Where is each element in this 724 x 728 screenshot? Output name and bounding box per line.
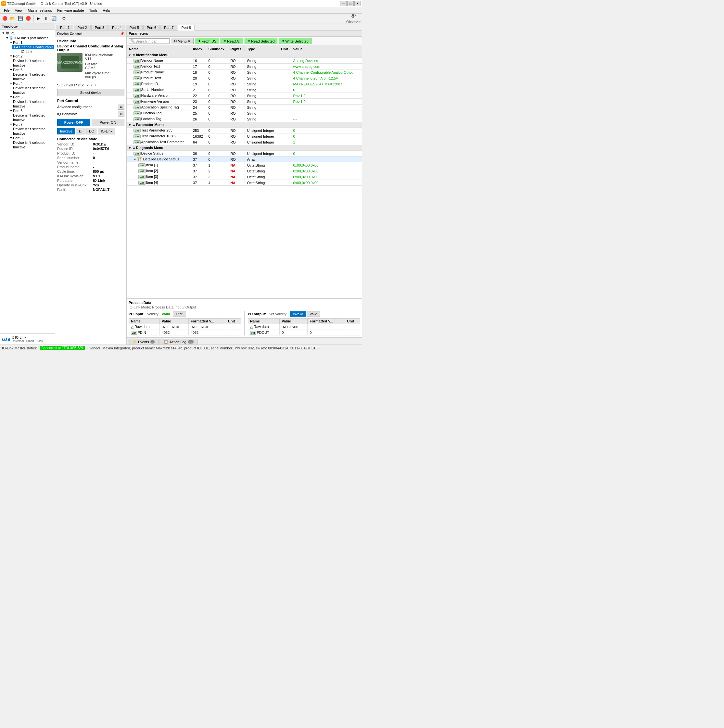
pd-invalid-button[interactable]: Invalid [290,311,306,317]
menu-help[interactable]: Help [100,8,113,13]
tree-toggle-pc[interactable]: ▼ [1,32,5,35]
tree-item-device1[interactable]: ▼ 4 Channel Configurable [12,45,54,49]
state-tab-di[interactable]: DI [76,128,86,135]
col-name: Name [127,46,191,52]
toolbar-new-btn[interactable]: 🔴 [1,15,8,22]
tree-item-port7[interactable]: ▼ Port 7 [8,122,54,127]
tree-item-device4[interactable]: Device isn't selected [12,86,54,90]
tree-item-device3[interactable]: Device isn't selected [12,72,54,76]
power-off-button[interactable]: Power OFF [57,119,90,126]
toolbar-settings-btn[interactable]: ⚙ [60,15,67,22]
power-on-button[interactable]: Power ON [92,119,125,126]
tree-item-port8[interactable]: ▼ Port 8 [8,136,54,140]
tree-toggle-port3[interactable]: ▼ [9,68,13,72]
port-tab-7[interactable]: Port 7 [161,24,177,30]
toolbar-refresh-btn[interactable]: 🔄 [51,15,58,22]
tree-item-iolink1[interactable]: IO-Link [16,49,54,54]
minimize-button[interactable]: — [340,1,347,6]
port-tab-3[interactable]: Port 3 [91,24,108,30]
tree-item-device8[interactable]: Device isn't selected [12,140,54,145]
conn-serial-val: 0 [93,156,95,160]
tree-item-device2[interactable]: Device isn't selected [12,58,54,63]
port-tab-2[interactable]: Port 2 [74,24,90,30]
cell-item-4: varItem [4] [127,180,191,186]
tree-item-port4[interactable]: ▼ Port 4 [8,81,54,86]
tree-item-port3[interactable]: ▼ Port 3 [8,67,54,72]
cell-product-name-val: 4 Channel Configurable Analog Output [291,69,362,75]
tree-item-port5[interactable]: ▼ Port 5 [8,95,54,99]
tree-item-inactive7[interactable]: Inactive [12,131,54,136]
read-selected-button[interactable]: ⬆ Read Selected [245,38,277,44]
iq-behavior-gear-button[interactable]: ⚙ [118,111,124,117]
tree-item-device5[interactable]: Device isn't selected [12,99,54,104]
toolbar-save-btn[interactable]: 💾 [17,15,24,22]
toolbar-pause-btn[interactable]: ⏸ [43,15,50,22]
tree-item-inactive2[interactable]: Inactive [12,63,54,67]
expand-parameter[interactable]: ▼ [128,123,131,127]
tree-toggle-port4[interactable]: ▼ [9,82,13,85]
menu-button[interactable]: ⚙ Menu ▼ [171,38,194,44]
menu-view[interactable]: View [12,8,25,13]
toolbar-stop-btn[interactable]: 🔴 [24,15,32,22]
menu-tools[interactable]: Tools [87,8,100,13]
cell-product-text: varProduct Text [127,75,191,81]
port-tab-1[interactable]: Port 1 [57,24,73,30]
tree-toggle-port1[interactable]: ▼ [9,41,13,44]
tree-item-device7[interactable]: Device isn't selected [12,127,54,131]
search-box[interactable]: 🔍 [129,38,170,44]
pd-valid-button[interactable]: Valid [307,311,320,317]
bottom-tab-action-log[interactable]: 📋 Action Log 18 [159,339,198,344]
toolbar-play-btn[interactable]: ▶ [35,15,42,22]
tree-toggle-port7[interactable]: ▼ [9,123,13,126]
tree-item-inactive8[interactable]: Inactive [12,145,54,149]
cell-vendor-name-idx: 16 [191,58,206,64]
state-tab-do[interactable]: DO [86,128,98,135]
tree-item-port1[interactable]: ▼ Port 1 [8,40,54,45]
dc-header-pin-icon[interactable]: 📌 [120,32,124,36]
select-device-button[interactable]: Select device [57,89,124,96]
tree-toggle-port5[interactable]: ▼ [9,95,13,99]
state-tab-iolink[interactable]: IO-Link [98,128,115,135]
expand-dds[interactable]: ▼ [133,158,136,161]
tree-item-inactive5[interactable]: Inactive [12,104,54,109]
cell-function-tag-val: --- [291,110,362,116]
menu-firmware-update[interactable]: Firmware update [55,8,87,13]
tree-toggle-port6[interactable]: ▼ [9,109,13,112]
port-tab-6[interactable]: Port 6 [143,24,160,30]
toolbar-open-btn[interactable]: 📂 [9,15,16,22]
fetch-ds-button[interactable]: ⬆ Fetch DS [195,38,219,44]
state-tab-inactive[interactable]: Inactive [57,128,75,135]
adv-config-gear-button[interactable]: ⚙ [118,104,124,110]
pd-plot-button[interactable]: Plot [173,311,186,317]
cell-app-specific-tag-unit [279,104,291,110]
menu-file[interactable]: File [1,8,12,13]
tree-toggle-port8[interactable]: ▼ [9,136,13,140]
tree-item-inactive4[interactable]: Inactive [12,90,54,95]
port-tab-8[interactable]: Port 8 [178,24,194,31]
tree-item-inactive6[interactable]: Inactive [12,118,54,122]
pd-validity-value: valid [162,312,170,316]
row-location-tag: varLocation Tag 26 0 RO String --- [127,116,362,122]
tree-item-pc[interactable]: ▼ 💻 PC [1,31,54,35]
expand-identification[interactable]: ▼ [128,54,131,57]
row-test-param-253: varTest Parameter 253 253 0 RO Unsigned … [127,128,362,133]
tree-toggle-master[interactable]: ▼ [5,37,9,40]
menu-master-settings[interactable]: Master settings [25,8,55,13]
bottom-tab-events[interactable]: ⚡ Events 2 [128,339,159,344]
write-selected-button[interactable]: ⬆ Write Selected [279,38,311,44]
port-tab-5[interactable]: Port 5 [126,24,142,30]
tree-toggle-port2[interactable]: ▼ [9,55,13,58]
adv-config-row: Advance configuration: ⚙ [57,104,124,110]
close-button[interactable]: ✕ [354,1,361,6]
tree-item-inactive3[interactable]: Inactive [12,76,54,81]
tree-item-port6[interactable]: ▼ Port 6 [8,109,54,113]
tree-item-port2[interactable]: ▼ Port 2 [8,54,54,58]
tree-item-master[interactable]: ▼ 📡 IO-Link 8 port master [5,35,54,40]
maximize-button[interactable]: □ [347,1,354,6]
read-all-button[interactable]: ⬆ Read All [220,38,243,44]
expand-diagnosis[interactable]: ▼ [128,147,131,150]
tree-toggle-device1[interactable]: ▼ [13,46,16,49]
tree-item-device6[interactable]: Device isn't selected [12,113,54,118]
search-input[interactable] [135,39,168,43]
port-tab-4[interactable]: Port 4 [109,24,125,30]
